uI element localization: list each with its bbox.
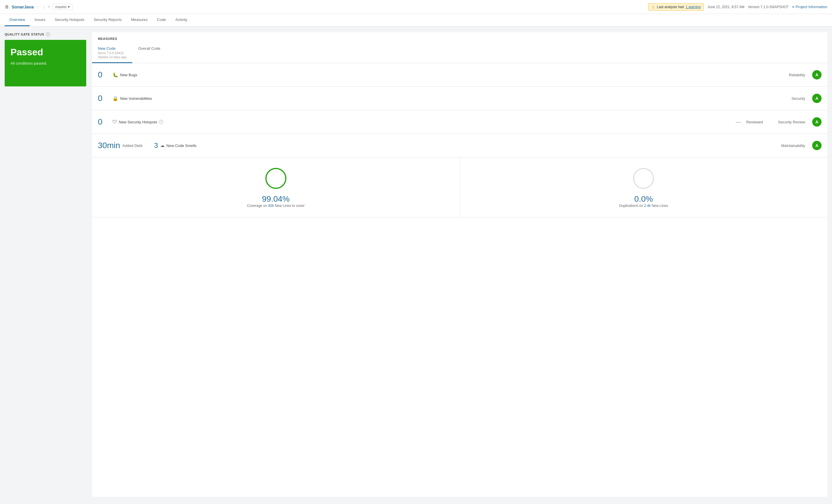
coverage-svg	[264, 167, 288, 190]
quality-gate-box: Passed All conditions passed.	[5, 40, 86, 86]
navbar: Overview Issues Security Hotspots Securi…	[0, 14, 832, 26]
warning-text: Last analysis had	[657, 5, 684, 9]
topbar: 🗎 SonarJava ☆ | ⑂ master ▾ ⚠ Last analys…	[0, 0, 832, 14]
debt-grade: A	[812, 141, 822, 150]
vuln-grade: A	[812, 94, 822, 103]
coverage-row: 99.04% Coverage on 406 New Lines to cove…	[92, 158, 827, 217]
warning-icon: ⚠	[651, 5, 655, 9]
coverage-label: Coverage on 406 New Lines to cover	[247, 204, 305, 208]
bug-icon: 🐛	[112, 72, 118, 78]
hotspot-right: — Reviewed Security Review A	[736, 117, 822, 127]
project-info-link[interactable]: ≡ Project Information	[792, 5, 827, 9]
tab-new-code[interactable]: New Code Since 7.0.0.26422 Started 14 da…	[92, 43, 132, 63]
measure-row-hotspots: 0 🛡 New Security Hotspots ? — Reviewed S…	[92, 110, 827, 134]
overall-code-label: Overall Code	[138, 46, 160, 51]
tab-security-reports[interactable]: Security Reports	[89, 14, 126, 26]
duplications-lines-link[interactable]: 2.4k	[644, 204, 651, 208]
separator: |	[44, 5, 44, 9]
hotspot-label: New Security Hotspots ?	[119, 120, 163, 124]
project-icon: 🗎	[5, 4, 9, 9]
coverage-pct[interactable]: 99.04%	[262, 194, 290, 204]
bugs-category: Reliability	[789, 73, 805, 77]
analysis-date: June 22, 2021, 8:57 AM	[707, 5, 744, 9]
warning-banner: ⚠ Last analysis had 1 warning	[648, 3, 704, 11]
reviewed-label: Reviewed	[746, 120, 763, 124]
branch-selector[interactable]: master ▾	[52, 4, 73, 10]
duplications-cell: 0.0% Duplications on 2.4k New Lines	[460, 158, 828, 217]
tab-activity[interactable]: Activity	[171, 14, 192, 26]
coverage-lines-link[interactable]: 406	[268, 204, 274, 208]
project-name[interactable]: SonarJava	[12, 4, 34, 9]
tab-security-hotspots[interactable]: Security Hotspots	[50, 14, 89, 26]
debt-value[interactable]: 30min	[98, 141, 120, 150]
duplications-pct[interactable]: 0.0%	[634, 194, 653, 204]
version-info: Version 7.1.0-SNAPSHOT	[748, 5, 788, 9]
topbar-right: ⚠ Last analysis had 1 warning June 22, 2…	[648, 3, 827, 11]
tab-issues[interactable]: Issues	[30, 14, 50, 26]
measure-row-vulnerabilities: 0 🔒 New Vulnerabilities Security A	[92, 87, 827, 110]
debt-category: Maintainability	[781, 143, 805, 148]
duplications-svg	[632, 167, 655, 190]
main-content: QUALITY GATE STATUS ? Passed All conditi…	[0, 26, 832, 503]
smells-count[interactable]: 3	[154, 141, 158, 149]
bugs-count[interactable]: 0	[98, 70, 112, 79]
chevron-down-icon: ▾	[68, 5, 70, 9]
measure-row-debt: 30min Added Debt 3 ☁ New Code Smells Mai…	[92, 134, 827, 158]
branch-icon: ⑂	[48, 5, 50, 9]
hotspot-grade: A	[812, 117, 822, 127]
debt-label: Added Debt	[122, 143, 142, 148]
topbar-left: 🗎 SonarJava ☆ | ⑂ master ▾	[5, 4, 73, 10]
star-icon[interactable]: ☆	[36, 5, 40, 9]
bugs-grade: A	[812, 70, 822, 79]
warning-link[interactable]: 1 warning	[685, 5, 701, 9]
gate-description: All conditions passed.	[10, 61, 80, 65]
measures-tab-row: New Code Since 7.0.0.26422 Started 14 da…	[92, 43, 827, 63]
quality-gate-title: QUALITY GATE STATUS ?	[5, 32, 86, 36]
list-icon: ≡	[792, 5, 795, 9]
measure-row-bugs: 0 🐛 New Bugs Reliability A	[92, 63, 827, 87]
svg-point-2	[633, 168, 653, 188]
vuln-label: New Vulnerabilities	[120, 96, 152, 101]
gate-status: Passed	[10, 47, 80, 58]
measures-title: MEASURES	[92, 32, 827, 43]
vulnerability-icon: 🔒	[112, 96, 118, 101]
tab-overview[interactable]: Overview	[5, 14, 30, 26]
smells-icon: ☁	[160, 143, 164, 148]
duplications-label: Duplications on 2.4k New Lines	[619, 204, 668, 208]
debt-right: Maintainability A	[781, 141, 822, 150]
smells-label: New Code Smells	[166, 143, 196, 148]
tab-code[interactable]: Code	[152, 14, 171, 26]
svg-point-1	[266, 168, 286, 188]
vuln-count[interactable]: 0	[98, 94, 112, 103]
footer: CSDN ©龙智 – DevOps解决方案	[0, 503, 832, 504]
tab-overall-code[interactable]: Overall Code	[132, 43, 166, 63]
new-code-label: New Code	[98, 46, 126, 51]
vuln-right: Security A	[791, 94, 822, 103]
quality-gate-title-text: QUALITY GATE STATUS	[5, 33, 44, 36]
hotspot-count[interactable]: 0	[98, 117, 112, 127]
bugs-right: Reliability A	[789, 70, 822, 79]
reviewed-dash: —	[736, 119, 741, 125]
coverage-cell: 99.04% Coverage on 406 New Lines to cove…	[92, 158, 460, 217]
hotspot-help-icon[interactable]: ?	[159, 120, 163, 124]
new-code-since: Since 7.0.0.26422	[98, 51, 126, 55]
duplications-circle	[632, 167, 655, 191]
branch-label: master	[55, 5, 67, 9]
hotspot-icon: 🛡	[112, 119, 117, 124]
quality-gate-help-icon[interactable]: ?	[46, 32, 50, 36]
measures-panel: MEASURES New Code Since 7.0.0.26422 Star…	[92, 32, 827, 497]
tab-measures[interactable]: Measures	[126, 14, 152, 26]
bugs-label: New Bugs	[120, 73, 137, 77]
new-code-started: Started 14 days ago	[98, 55, 126, 59]
quality-gate-panel: QUALITY GATE STATUS ? Passed All conditi…	[5, 32, 86, 497]
vuln-category: Security	[791, 96, 805, 101]
project-info-label: Project Information	[796, 5, 827, 9]
coverage-circle	[264, 167, 288, 191]
hotspot-category: Security Review	[778, 120, 805, 124]
